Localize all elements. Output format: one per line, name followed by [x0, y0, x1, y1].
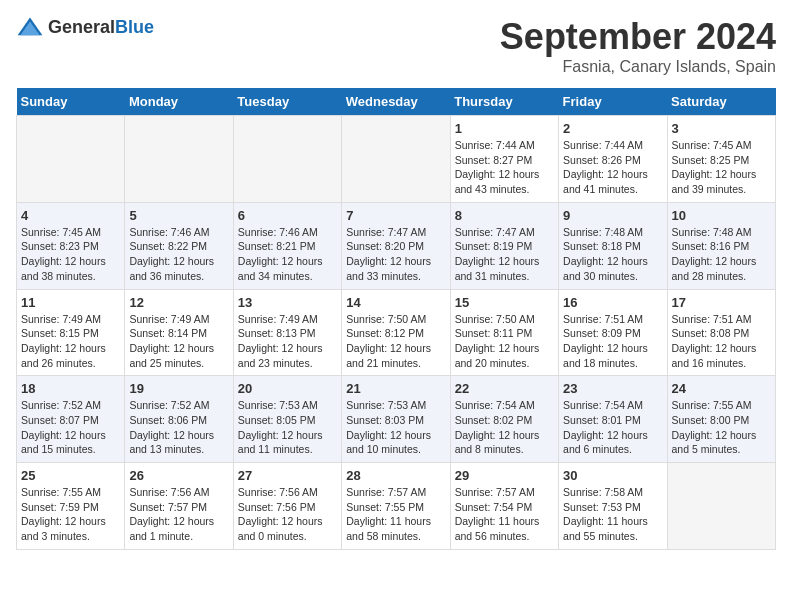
- day-cell-29: 29Sunrise: 7:57 AMSunset: 7:54 PMDayligh…: [450, 463, 558, 550]
- header-col-sunday: Sunday: [17, 88, 125, 116]
- day-number: 3: [672, 121, 771, 136]
- day-number: 7: [346, 208, 445, 223]
- day-cell-8: 8Sunrise: 7:47 AMSunset: 8:19 PMDaylight…: [450, 202, 558, 289]
- day-number: 22: [455, 381, 554, 396]
- day-detail: Sunrise: 7:56 AMSunset: 7:56 PMDaylight:…: [238, 486, 323, 542]
- day-number: 23: [563, 381, 662, 396]
- day-number: 8: [455, 208, 554, 223]
- day-detail: Sunrise: 7:48 AMSunset: 8:18 PMDaylight:…: [563, 226, 648, 282]
- day-number: 25: [21, 468, 120, 483]
- day-detail: Sunrise: 7:48 AMSunset: 8:16 PMDaylight:…: [672, 226, 757, 282]
- day-detail: Sunrise: 7:50 AMSunset: 8:11 PMDaylight:…: [455, 313, 540, 369]
- day-detail: Sunrise: 7:52 AMSunset: 8:07 PMDaylight:…: [21, 399, 106, 455]
- header-col-thursday: Thursday: [450, 88, 558, 116]
- day-cell-1: 1Sunrise: 7:44 AMSunset: 8:27 PMDaylight…: [450, 116, 558, 203]
- week-row-2: 4Sunrise: 7:45 AMSunset: 8:23 PMDaylight…: [17, 202, 776, 289]
- day-cell-26: 26Sunrise: 7:56 AMSunset: 7:57 PMDayligh…: [125, 463, 233, 550]
- day-cell-27: 27Sunrise: 7:56 AMSunset: 7:56 PMDayligh…: [233, 463, 341, 550]
- day-detail: Sunrise: 7:51 AMSunset: 8:08 PMDaylight:…: [672, 313, 757, 369]
- day-cell-9: 9Sunrise: 7:48 AMSunset: 8:18 PMDaylight…: [559, 202, 667, 289]
- day-cell-6: 6Sunrise: 7:46 AMSunset: 8:21 PMDaylight…: [233, 202, 341, 289]
- day-number: 30: [563, 468, 662, 483]
- day-number: 1: [455, 121, 554, 136]
- page-header: GeneralBlue September 2024 Fasnia, Canar…: [16, 16, 776, 76]
- day-cell-13: 13Sunrise: 7:49 AMSunset: 8:13 PMDayligh…: [233, 289, 341, 376]
- day-detail: Sunrise: 7:53 AMSunset: 8:05 PMDaylight:…: [238, 399, 323, 455]
- day-detail: Sunrise: 7:49 AMSunset: 8:13 PMDaylight:…: [238, 313, 323, 369]
- logo-icon: [16, 16, 44, 38]
- day-number: 29: [455, 468, 554, 483]
- day-cell-21: 21Sunrise: 7:53 AMSunset: 8:03 PMDayligh…: [342, 376, 450, 463]
- empty-cell: [667, 463, 775, 550]
- day-detail: Sunrise: 7:49 AMSunset: 8:15 PMDaylight:…: [21, 313, 106, 369]
- day-detail: Sunrise: 7:55 AMSunset: 7:59 PMDaylight:…: [21, 486, 106, 542]
- day-number: 21: [346, 381, 445, 396]
- day-cell-24: 24Sunrise: 7:55 AMSunset: 8:00 PMDayligh…: [667, 376, 775, 463]
- logo-general-text: General: [48, 17, 115, 37]
- day-number: 20: [238, 381, 337, 396]
- header-col-friday: Friday: [559, 88, 667, 116]
- day-number: 9: [563, 208, 662, 223]
- day-cell-2: 2Sunrise: 7:44 AMSunset: 8:26 PMDaylight…: [559, 116, 667, 203]
- day-detail: Sunrise: 7:51 AMSunset: 8:09 PMDaylight:…: [563, 313, 648, 369]
- day-detail: Sunrise: 7:54 AMSunset: 8:01 PMDaylight:…: [563, 399, 648, 455]
- calendar-header-row: SundayMondayTuesdayWednesdayThursdayFrid…: [17, 88, 776, 116]
- week-row-5: 25Sunrise: 7:55 AMSunset: 7:59 PMDayligh…: [17, 463, 776, 550]
- header-col-monday: Monday: [125, 88, 233, 116]
- day-number: 12: [129, 295, 228, 310]
- day-number: 15: [455, 295, 554, 310]
- day-cell-19: 19Sunrise: 7:52 AMSunset: 8:06 PMDayligh…: [125, 376, 233, 463]
- day-number: 6: [238, 208, 337, 223]
- day-number: 14: [346, 295, 445, 310]
- day-detail: Sunrise: 7:47 AMSunset: 8:19 PMDaylight:…: [455, 226, 540, 282]
- empty-cell: [125, 116, 233, 203]
- day-detail: Sunrise: 7:56 AMSunset: 7:57 PMDaylight:…: [129, 486, 214, 542]
- day-number: 10: [672, 208, 771, 223]
- header-col-tuesday: Tuesday: [233, 88, 341, 116]
- day-number: 24: [672, 381, 771, 396]
- logo: GeneralBlue: [16, 16, 154, 38]
- day-number: 2: [563, 121, 662, 136]
- day-cell-14: 14Sunrise: 7:50 AMSunset: 8:12 PMDayligh…: [342, 289, 450, 376]
- day-detail: Sunrise: 7:49 AMSunset: 8:14 PMDaylight:…: [129, 313, 214, 369]
- calendar-title: September 2024: [500, 16, 776, 58]
- header-col-saturday: Saturday: [667, 88, 775, 116]
- day-detail: Sunrise: 7:52 AMSunset: 8:06 PMDaylight:…: [129, 399, 214, 455]
- day-number: 11: [21, 295, 120, 310]
- logo-blue-text: Blue: [115, 17, 154, 37]
- day-number: 5: [129, 208, 228, 223]
- day-number: 17: [672, 295, 771, 310]
- empty-cell: [17, 116, 125, 203]
- day-cell-20: 20Sunrise: 7:53 AMSunset: 8:05 PMDayligh…: [233, 376, 341, 463]
- day-detail: Sunrise: 7:46 AMSunset: 8:21 PMDaylight:…: [238, 226, 323, 282]
- empty-cell: [233, 116, 341, 203]
- day-detail: Sunrise: 7:55 AMSunset: 8:00 PMDaylight:…: [672, 399, 757, 455]
- day-cell-30: 30Sunrise: 7:58 AMSunset: 7:53 PMDayligh…: [559, 463, 667, 550]
- header-col-wednesday: Wednesday: [342, 88, 450, 116]
- day-detail: Sunrise: 7:46 AMSunset: 8:22 PMDaylight:…: [129, 226, 214, 282]
- calendar-subtitle: Fasnia, Canary Islands, Spain: [500, 58, 776, 76]
- week-row-3: 11Sunrise: 7:49 AMSunset: 8:15 PMDayligh…: [17, 289, 776, 376]
- calendar-table: SundayMondayTuesdayWednesdayThursdayFrid…: [16, 88, 776, 550]
- day-detail: Sunrise: 7:54 AMSunset: 8:02 PMDaylight:…: [455, 399, 540, 455]
- day-cell-3: 3Sunrise: 7:45 AMSunset: 8:25 PMDaylight…: [667, 116, 775, 203]
- day-number: 16: [563, 295, 662, 310]
- day-cell-10: 10Sunrise: 7:48 AMSunset: 8:16 PMDayligh…: [667, 202, 775, 289]
- day-detail: Sunrise: 7:57 AMSunset: 7:54 PMDaylight:…: [455, 486, 540, 542]
- week-row-1: 1Sunrise: 7:44 AMSunset: 8:27 PMDaylight…: [17, 116, 776, 203]
- day-cell-25: 25Sunrise: 7:55 AMSunset: 7:59 PMDayligh…: [17, 463, 125, 550]
- day-cell-28: 28Sunrise: 7:57 AMSunset: 7:55 PMDayligh…: [342, 463, 450, 550]
- day-detail: Sunrise: 7:57 AMSunset: 7:55 PMDaylight:…: [346, 486, 431, 542]
- day-number: 28: [346, 468, 445, 483]
- day-detail: Sunrise: 7:53 AMSunset: 8:03 PMDaylight:…: [346, 399, 431, 455]
- day-detail: Sunrise: 7:47 AMSunset: 8:20 PMDaylight:…: [346, 226, 431, 282]
- day-detail: Sunrise: 7:58 AMSunset: 7:53 PMDaylight:…: [563, 486, 648, 542]
- day-detail: Sunrise: 7:50 AMSunset: 8:12 PMDaylight:…: [346, 313, 431, 369]
- day-number: 19: [129, 381, 228, 396]
- title-section: September 2024 Fasnia, Canary Islands, S…: [500, 16, 776, 76]
- day-cell-22: 22Sunrise: 7:54 AMSunset: 8:02 PMDayligh…: [450, 376, 558, 463]
- day-number: 26: [129, 468, 228, 483]
- week-row-4: 18Sunrise: 7:52 AMSunset: 8:07 PMDayligh…: [17, 376, 776, 463]
- day-number: 27: [238, 468, 337, 483]
- day-cell-18: 18Sunrise: 7:52 AMSunset: 8:07 PMDayligh…: [17, 376, 125, 463]
